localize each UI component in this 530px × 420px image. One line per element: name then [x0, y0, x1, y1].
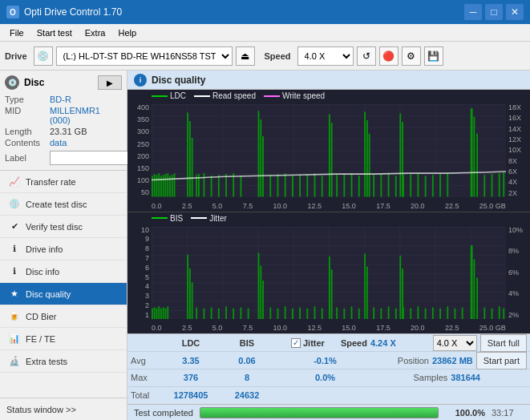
svg-rect-125	[503, 308, 504, 319]
svg-rect-56	[447, 173, 448, 196]
speed-stat-select[interactable]: 4.0 X	[433, 335, 477, 351]
save-button[interactable]: 💾	[424, 46, 443, 66]
svg-rect-106	[388, 306, 390, 319]
sidebar-item-label-create-test: Create test disc	[26, 200, 87, 209]
sidebar-item-verify-test-disc[interactable]: ✔ Verify test disc	[0, 216, 127, 238]
max-jitter: 0.0%	[291, 373, 359, 382]
disc-mid-label: MID	[5, 106, 50, 125]
progress-percent: 100.0%	[445, 408, 485, 418]
svg-rect-49	[399, 114, 401, 197]
position-value: 23862 MB	[432, 356, 473, 365]
svg-rect-44	[373, 175, 374, 196]
sidebar: 💿 Disc ▶ Type BD-R MID MILLENMR1 (000) L…	[0, 71, 127, 420]
refresh-button[interactable]: ↺	[357, 46, 376, 66]
svg-rect-38	[343, 174, 345, 196]
svg-rect-67	[154, 307, 156, 319]
svg-rect-62	[499, 173, 500, 196]
window-controls: ─ □ ✕	[464, 4, 524, 20]
svg-rect-89	[277, 308, 279, 319]
svg-rect-53	[425, 176, 427, 196]
jitter-checkbox[interactable]: ✓	[291, 338, 301, 348]
svg-rect-68	[156, 308, 158, 319]
menu-help[interactable]: Help	[111, 26, 143, 39]
svg-rect-19	[211, 176, 212, 196]
upper-y-axis-left: 400 350 300 250 200 150 100 50	[127, 104, 152, 197]
chart-title: Disc quality	[152, 75, 205, 86]
sidebar-item-disc-quality[interactable]: ★ Disc quality	[0, 283, 127, 305]
progress-time: 33:17	[492, 408, 524, 418]
menu-file[interactable]: File	[3, 26, 30, 39]
toolbar: Drive 💿 (L:) HL-DT-ST BD-RE WH16NS58 TST…	[0, 42, 530, 71]
burn-button[interactable]: 🔴	[379, 46, 399, 66]
avg-ldc: 3.35	[163, 356, 219, 365]
svg-rect-5	[158, 173, 160, 196]
legend-write-speed: Write speed	[264, 91, 325, 100]
svg-rect-124	[499, 306, 500, 319]
position-label: Position	[398, 356, 429, 365]
svg-rect-75	[189, 268, 191, 319]
menu-extra[interactable]: Extra	[79, 26, 112, 39]
svg-rect-30	[292, 176, 293, 196]
charts-area: LDC Read speed Write speed 400 350 300	[127, 90, 530, 333]
sidebar-item-create-test-disc[interactable]: 💿 Create test disc	[0, 193, 127, 216]
legend-jitter: Jitter	[191, 214, 227, 223]
sidebar-item-label-fe-te: FE / TE	[26, 334, 55, 344]
legend-bis: BIS	[152, 214, 183, 223]
svg-rect-98	[336, 307, 338, 319]
svg-rect-59	[476, 134, 478, 197]
sidebar-item-disc-info[interactable]: ℹ Disc info	[0, 260, 127, 283]
svg-rect-47	[395, 176, 397, 196]
svg-rect-114	[432, 307, 434, 319]
lower-y-axis-right: 10% 8% 6% 4% 2%	[506, 227, 530, 320]
disc-quality-icon: ★	[8, 288, 21, 301]
status-window-btn[interactable]: Status window >>	[0, 398, 127, 420]
sidebar-item-drive-info[interactable]: ℹ Drive info	[0, 238, 127, 260]
disc-refresh-btn[interactable]: ▶	[98, 75, 122, 90]
svg-rect-80	[218, 308, 220, 319]
svg-rect-9	[167, 173, 168, 196]
svg-rect-123	[492, 308, 493, 319]
maximize-button[interactable]: □	[485, 4, 503, 20]
svg-rect-92	[299, 307, 301, 319]
start-part-button[interactable]: Start part	[476, 352, 527, 370]
svg-rect-82	[233, 308, 234, 319]
sidebar-item-label-transfer-rate: Transfer rate	[26, 177, 76, 187]
speed-select[interactable]: 4.0 X	[297, 46, 354, 66]
close-button[interactable]: ✕	[506, 4, 524, 20]
settings-button[interactable]: ⚙	[402, 46, 421, 66]
menu-start-test[interactable]: Start test	[30, 26, 79, 39]
svg-rect-112	[418, 306, 419, 319]
svg-rect-118	[462, 307, 463, 319]
jitter-label: Jitter	[303, 338, 325, 348]
drive-icon-btn[interactable]: 💿	[34, 46, 53, 66]
svg-rect-81	[225, 306, 227, 319]
svg-rect-4	[156, 175, 158, 196]
nav-items: 📈 Transfer rate 💿 Create test disc ✔ Ver…	[0, 171, 127, 398]
svg-rect-18	[203, 173, 204, 196]
svg-rect-100	[351, 306, 353, 319]
sidebar-item-transfer-rate[interactable]: 📈 Transfer rate	[0, 171, 127, 193]
sidebar-item-cd-bier[interactable]: 🍺 CD Bier	[0, 305, 127, 328]
total-ldc: 1278405	[163, 390, 219, 400]
svg-rect-55	[439, 174, 441, 196]
svg-rect-21	[225, 174, 227, 196]
sidebar-item-label-cd-bier: CD Bier	[26, 312, 57, 321]
svg-rect-71	[163, 307, 164, 319]
stats-bis-header: BIS	[219, 338, 275, 348]
svg-rect-27	[269, 175, 271, 196]
sidebar-item-fe-te[interactable]: 📊 FE / TE	[0, 328, 127, 350]
svg-rect-76	[192, 282, 193, 319]
svg-rect-79	[211, 307, 212, 319]
sidebar-item-extra-tests[interactable]: 🔬 Extra tests	[0, 350, 127, 373]
disc-label-row: Label ✏	[5, 151, 122, 165]
svg-rect-105	[380, 308, 382, 319]
minimize-button[interactable]: ─	[464, 4, 482, 20]
status-window-label: Status window >>	[6, 405, 76, 414]
eject-button[interactable]: ⏏	[236, 46, 255, 66]
sidebar-item-label-verify: Verify test disc	[26, 222, 83, 232]
disc-length-label: Length	[5, 127, 50, 136]
svg-rect-14	[189, 121, 191, 197]
drive-select[interactable]: (L:) HL-DT-ST BD-RE WH16NS58 TST4	[56, 46, 233, 66]
start-full-button[interactable]: Start full	[480, 334, 527, 352]
svg-rect-97	[331, 269, 333, 319]
